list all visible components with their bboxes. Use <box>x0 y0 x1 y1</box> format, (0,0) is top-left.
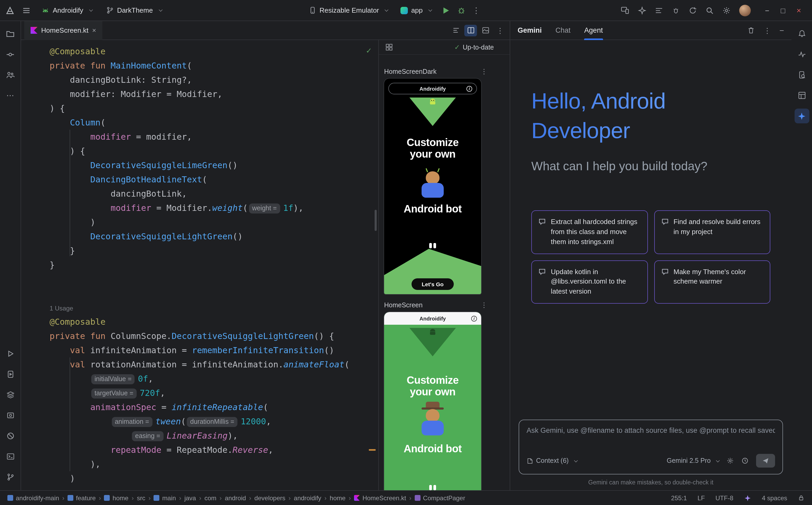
window-close-button[interactable]: × <box>791 6 807 15</box>
code-line[interactable]: easing =LinearEasing), <box>49 429 350 443</box>
model-selector[interactable]: Gemini 2.5 Pro <box>667 457 719 464</box>
breadcrumb-item[interactable]: androidify <box>294 494 321 502</box>
code-line[interactable]: ) { <box>49 144 350 158</box>
code-line[interactable]: repeatMode = RepeatMode.Reverse, <box>49 443 350 457</box>
code-editor[interactable]: @Composableprivate fun MainHomeContent( … <box>21 40 378 490</box>
more-tool-windows-icon[interactable]: ⋯ <box>3 88 18 103</box>
clear-chat-trash-icon[interactable] <box>747 26 755 34</box>
gemini-suggestion-card[interactable]: Make my Theme's color scheme warmer <box>654 260 770 304</box>
code-line[interactable]: DancingBotHeadlineText( <box>49 172 350 187</box>
hide-panel-icon[interactable]: − <box>779 26 784 35</box>
code-line[interactable]: private fun MainHomeContent( <box>49 58 350 73</box>
app-inspection-tool-icon[interactable] <box>3 408 18 423</box>
tab-chat[interactable]: Chat <box>556 21 571 40</box>
version-control-tool-icon[interactable] <box>3 470 18 484</box>
lock-icon[interactable] <box>798 494 805 501</box>
code-line[interactable]: ) { <box>49 101 350 116</box>
gemini-suggestion-card[interactable]: Find and resolve build errors in my proj… <box>654 210 770 254</box>
window-maximize-button[interactable]: □ <box>775 6 791 14</box>
run-overflow-menu[interactable]: ⋮ <box>472 6 480 15</box>
send-button[interactable] <box>756 454 775 468</box>
layout-inspector-tool-icon[interactable] <box>794 88 809 103</box>
problems-tool-icon[interactable] <box>3 429 18 443</box>
breadcrumb-item[interactable]: androidify-main <box>7 494 59 502</box>
build-variants-tool-icon[interactable] <box>3 387 18 402</box>
code-line[interactable]: targetValue =720f, <box>49 386 350 400</box>
project-selector[interactable]: Androidify <box>38 4 96 16</box>
breadcrumb-item[interactable]: CompactPager <box>415 494 465 502</box>
split-view-button[interactable] <box>464 24 477 36</box>
code-lines[interactable]: @Composableprivate fun MainHomeContent( … <box>21 44 350 486</box>
code-line[interactable]: @Composable <box>49 315 350 329</box>
code-line[interactable]: val rotationAnimation = infiniteAnimatio… <box>49 357 350 372</box>
preview-options-kebab[interactable]: ⋮ <box>481 67 487 75</box>
tab-close-icon[interactable]: × <box>92 27 96 34</box>
ai-spark-icon[interactable] <box>744 494 751 502</box>
editor-options-kebab[interactable]: ⋮ <box>494 24 506 36</box>
gemini-suggestion-card[interactable]: Extract all hardcoded strings from this … <box>531 210 648 254</box>
code-line[interactable]: DecorativeSquiggleLightGreen() <box>49 229 350 243</box>
breadcrumb-item[interactable]: HomeScreen.kt <box>354 494 406 502</box>
code-line[interactable]: animation =tween(durationMillis =12000, <box>49 414 350 429</box>
code-line[interactable]: 1 Usage <box>49 301 350 315</box>
main-menu-button[interactable] <box>22 6 31 14</box>
code-line[interactable]: animationSpec = infiniteRepeatable( <box>49 400 350 414</box>
run-button[interactable] <box>441 6 451 15</box>
sync-project-icon[interactable] <box>689 6 697 14</box>
preview-gallery-icon[interactable] <box>385 43 393 51</box>
gemini-input-box[interactable]: Ask Gemini, use @filename to attach sour… <box>518 419 783 474</box>
context-selector[interactable]: Context (6) <box>527 457 577 464</box>
device-explorer-tool-icon[interactable] <box>794 67 809 82</box>
tab-agent[interactable]: Agent <box>584 21 603 40</box>
device-selector[interactable]: Resizable Emulator <box>305 5 391 16</box>
preview-card-homescreendark[interactable]: Androidify Customize your own Android bo… <box>384 78 481 294</box>
notifications-bell-icon[interactable] <box>794 26 809 41</box>
settings-gear-icon[interactable] <box>722 6 731 14</box>
build-queue-icon[interactable] <box>655 6 663 14</box>
editor-scrollbar-thumb[interactable] <box>375 210 377 231</box>
window-minimize-button[interactable]: − <box>759 6 775 14</box>
indent-setting[interactable]: 4 spaces <box>762 494 787 502</box>
line-separator[interactable]: LF <box>698 494 705 502</box>
breadcrumb-item[interactable]: home <box>330 494 346 502</box>
code-line[interactable]: modifier: Modifier = Modifier, <box>49 87 350 101</box>
code-line[interactable]: ), <box>49 457 350 471</box>
gemini-settings-icon[interactable] <box>726 457 734 464</box>
search-icon[interactable] <box>705 6 714 14</box>
breadcrumb-item[interactable]: java <box>185 494 196 502</box>
device-streaming-icon[interactable] <box>620 6 629 15</box>
code-line[interactable]: } <box>49 258 350 272</box>
user-avatar[interactable] <box>739 4 751 16</box>
code-line[interactable]: modifier = modifier, <box>49 130 350 144</box>
breadcrumb-item[interactable]: home <box>104 494 128 502</box>
breadcrumb-item[interactable]: src <box>137 494 145 502</box>
vcs-branch-selector[interactable]: DarkTheme <box>103 5 165 16</box>
run-configuration-selector[interactable]: app <box>397 5 435 16</box>
commit-tool-icon[interactable] <box>3 47 18 62</box>
run-tool-icon[interactable] <box>3 346 18 361</box>
breadcrumb-item[interactable]: feature <box>68 494 96 502</box>
profiler-tool-icon[interactable] <box>794 47 809 62</box>
design-view-button[interactable] <box>479 24 492 36</box>
file-encoding[interactable]: UTF-8 <box>715 494 733 502</box>
preview-card-homescreen[interactable]: Androidify Customize your own Android bo… <box>384 312 481 490</box>
gemini-options-kebab[interactable]: ⋮ <box>764 26 771 34</box>
terminal-tool-icon[interactable] <box>3 449 18 464</box>
code-line[interactable]: @Composable <box>49 44 350 58</box>
code-line[interactable]: ) <box>49 215 350 229</box>
code-view-button[interactable] <box>450 24 462 36</box>
code-line[interactable]: ) <box>49 471 350 486</box>
history-clock-icon[interactable] <box>741 457 749 464</box>
tab-homescreen-kt[interactable]: HomeScreen.kt × <box>24 21 102 40</box>
ai-actions-icon[interactable] <box>638 6 646 14</box>
caret-position[interactable]: 255:1 <box>671 494 687 502</box>
pull-requests-tool-icon[interactable] <box>3 67 18 82</box>
code-line[interactable] <box>49 272 350 286</box>
preview-options-kebab[interactable]: ⋮ <box>481 301 487 309</box>
code-line[interactable]: DecorativeSquiggleLimeGreen() <box>49 158 350 172</box>
project-tool-icon[interactable] <box>3 26 18 41</box>
code-line[interactable]: initialValue =0f, <box>49 372 350 386</box>
app-insights-icon[interactable] <box>672 6 680 14</box>
inspections-ok-icon[interactable]: ✓ <box>366 46 372 55</box>
breadcrumb-item[interactable]: developers <box>254 494 285 502</box>
